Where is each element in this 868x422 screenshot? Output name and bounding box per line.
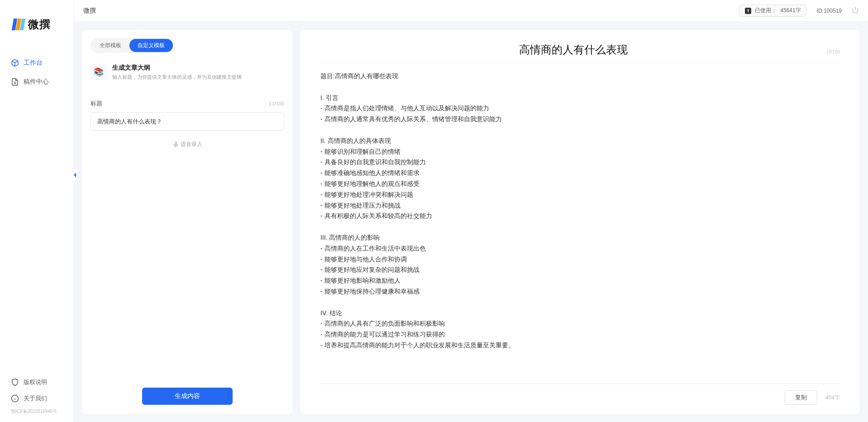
copy-button[interactable]: 复制 [785,390,817,405]
voice-input-button[interactable]: 语音录入 [91,141,284,148]
template-description: 输入标题，为你提供文章主体的灵感，并为其创建推文提纲 [112,74,242,81]
doc-title-char-count: 10/100 [826,49,840,54]
nav-item-workspace[interactable]: 工作台 [0,54,74,71]
config-panel: 全部模板 自定义模板 📚 生成文章大纲 输入标题，为你提供文章主体的灵感，并为其… [82,30,292,414]
main-area: 微撰 T 已使用： 45641字 ID:100519 全部模板 自定义模板 [74,0,868,422]
page-title: 微撰 [83,7,96,15]
chevron-left-icon [73,173,77,177]
usage-prefix: 已使用： [755,7,777,14]
document-body[interactable]: 题目:高情商的人有哪些表现 I. 引言 - 高情商是指人们处理情绪、与他人互动以… [320,71,840,379]
document-icon [11,78,19,86]
tab-all-templates[interactable]: 全部模板 [91,39,129,52]
tab-custom-templates[interactable]: 自定义模板 [129,39,173,52]
info-icon [11,394,19,403]
nav-item-label: 工作台 [24,59,43,67]
power-icon[interactable] [852,6,859,15]
logo-text: 微撰 [28,17,51,32]
nav-item-label: 稿件中心 [24,78,49,86]
logo-icon [13,19,24,30]
user-id: ID:100519 [817,8,842,14]
usage-value: 45641字 [780,7,801,14]
title-char-count: 11/100 [269,101,284,106]
template-tabs: 全部模板 自定义模板 [91,38,174,53]
workspace: 全部模板 自定义模板 📚 生成文章大纲 输入标题，为你提供文章主体的灵感，并为其… [74,22,868,422]
shield-icon [11,378,19,386]
cube-icon [11,59,19,67]
template-title: 生成文章大纲 [112,64,242,72]
title-field-label: 标题 [91,100,102,108]
text-icon: T [745,8,751,14]
generate-button[interactable]: 生成内容 [142,388,233,405]
document-title[interactable]: 高情商的人有什么表现 [320,43,826,57]
sidebar-footer: 版权说明 关于我们 鄂ICP备2022016946号 [0,374,74,422]
microphone-icon [173,142,179,147]
nav-item-label: 关于我们 [24,394,47,403]
main-nav: 工作台 稿件中心 [0,41,74,90]
usage-pill[interactable]: T 已使用： 45641字 [739,5,806,17]
template-icon: 📚 [91,64,107,80]
sidebar-collapse-handle[interactable] [72,168,78,182]
nav-item-drafts[interactable]: 稿件中心 [0,73,74,90]
nav-item-copyright[interactable]: 版权说明 [0,374,74,390]
topbar: 微撰 T 已使用： 45641字 ID:100519 [74,0,868,22]
sidebar: 微撰 工作台 稿件中心 版权说明 关于我们 鄂ICP备2022016946号 [0,0,74,422]
template-card: 📚 生成文章大纲 输入标题，为你提供文章主体的灵感，并为其创建推文提纲 [91,63,284,81]
icp-text: 鄂ICP备2022016946号 [0,407,74,417]
nav-item-about[interactable]: 关于我们 [0,390,74,407]
title-input[interactable] [91,112,284,131]
output-panel: 高情商的人有什么表现 10/100 题目:高情商的人有哪些表现 I. 引言 - … [300,30,860,414]
nav-item-label: 版权说明 [24,378,47,386]
voice-hint-text: 语音录入 [181,141,202,148]
word-count: 404字 [825,394,840,402]
app-logo: 微撰 [0,0,74,41]
